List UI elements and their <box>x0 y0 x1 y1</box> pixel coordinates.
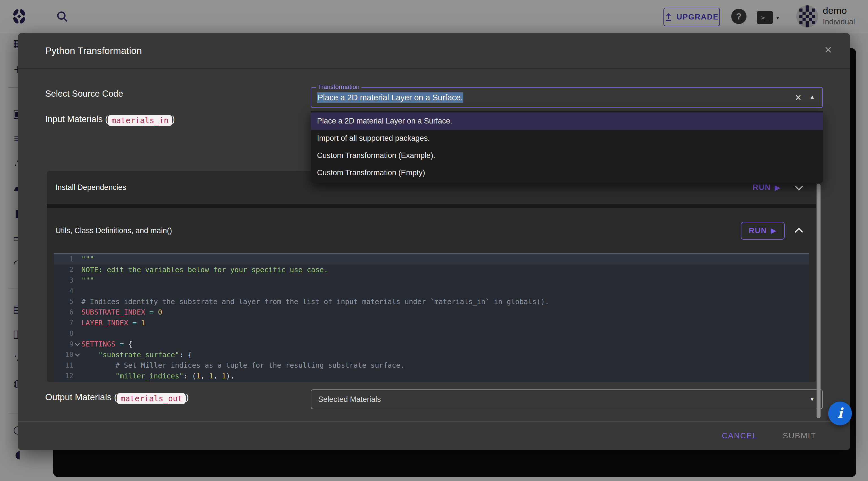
code-line[interactable]: 3""" <box>54 275 809 286</box>
transformation-select[interactable]: Transformation Place a 2D material Layer… <box>311 87 823 108</box>
code-text: """ <box>82 255 94 263</box>
line-number: 12 <box>54 372 73 380</box>
dropdown-option[interactable]: Import of all supported packages. <box>311 130 823 147</box>
line-number: 11 <box>54 361 73 369</box>
info-icon: i <box>837 405 843 421</box>
caret-down-icon[interactable]: ▼ <box>809 396 815 402</box>
transformation-dropdown-menu: Place a 2D material Layer on a Surface.I… <box>311 111 823 183</box>
code-line[interactable]: 2NOTE: edit the variables below for your… <box>54 265 809 275</box>
code-line[interactable]: 5# Indices identify the substrate and la… <box>54 296 809 307</box>
code-line[interactable]: 11 # Set Miller indices as a tuple for t… <box>54 360 809 371</box>
line-number: 9 <box>54 340 73 348</box>
line-number: 8 <box>54 330 73 337</box>
modal-scrollbar[interactable] <box>816 184 820 418</box>
code-line[interactable]: 1""" <box>54 254 809 265</box>
line-number: 1 <box>54 255 73 263</box>
line-number: 5 <box>54 298 73 305</box>
code-line[interactable]: 7LAYER_INDEX = 1 <box>54 318 809 328</box>
dialog-title: Python Transformation <box>45 45 142 56</box>
code-text: # Indices identify the substrate and lay… <box>82 298 549 306</box>
line-number: 10 <box>54 351 73 359</box>
selected-materials-select[interactable]: Selected Materials ▼ <box>311 389 823 409</box>
line-number: 4 <box>54 287 73 295</box>
install-dependencies-title: Install Dependencies <box>55 183 126 192</box>
input-materials-label: Input Materials (materials_in) <box>45 114 175 126</box>
code-line[interactable]: 8 <box>54 328 809 339</box>
selected-materials-value: Selected Materials <box>318 395 381 404</box>
dropdown-option[interactable]: Custom Transformation (Empty) <box>311 164 823 181</box>
cancel-button[interactable]: CANCEL <box>722 431 757 440</box>
code-line[interactable]: 4 <box>54 286 809 297</box>
code-text: SETTINGS = { <box>82 340 132 348</box>
code-line[interactable]: 12 "miller_indices": (1, 1, 1), <box>54 371 809 381</box>
chevron-down-icon[interactable] <box>795 182 803 191</box>
python-transformation-dialog: Python Transformation × Select Source Co… <box>18 33 850 450</box>
code-editor[interactable]: 1"""2NOTE: edit the variables below for … <box>54 253 809 381</box>
dialog-header: Python Transformation × <box>18 33 850 69</box>
play-icon: ▶ <box>775 184 781 191</box>
transformation-field-label: Transformation <box>316 83 361 91</box>
close-icon[interactable]: × <box>825 43 832 56</box>
caret-up-icon[interactable]: ▲ <box>809 94 815 100</box>
line-number: 7 <box>54 319 73 327</box>
run-dependencies-button[interactable]: RUN ▶ <box>753 183 781 192</box>
fold-arrow-icon[interactable] <box>73 343 82 345</box>
clear-icon[interactable]: × <box>795 92 801 104</box>
code-line[interactable]: 6SUBSTRATE_INDEX = 0 <box>54 307 809 318</box>
dropdown-option[interactable]: Custom Transformation (Example). <box>311 147 823 164</box>
output-materials-label: Output Materials (materials_out) <box>45 392 189 404</box>
select-source-code-label: Select Source Code <box>45 89 123 99</box>
info-button[interactable]: i <box>828 401 852 425</box>
line-number: 6 <box>54 308 73 316</box>
play-icon: ▶ <box>771 227 777 235</box>
utils-main-title: Utils, Class Definitions, and main() <box>55 227 172 235</box>
dialog-footer: CANCEL SUBMIT <box>18 422 850 450</box>
code-text: "substrate_surface": { <box>82 351 192 359</box>
materials-out-pill: materials_out <box>117 393 186 404</box>
line-number: 2 <box>54 266 73 274</box>
chevron-up-icon[interactable] <box>795 228 803 236</box>
submit-button[interactable]: SUBMIT <box>783 431 816 440</box>
code-text: LAYER_INDEX = 1 <box>82 319 145 327</box>
line-number: 3 <box>54 276 73 284</box>
section-divider <box>47 204 816 208</box>
code-text: "miller_indices": (1, 1, 1), <box>82 372 235 380</box>
code-line[interactable]: 10 "substrate_surface": { <box>54 349 809 360</box>
source-code-card: Install Dependencies RUN ▶ Utils, Class … <box>47 171 816 382</box>
fold-arrow-icon[interactable] <box>73 354 82 356</box>
app-root: UPGRADE ? >_ ▼ demo Individual ▦+▣≡∴▰▮▭◠… <box>0 0 868 481</box>
utils-main-row: Utils, Class Definitions, and main() RUN… <box>47 208 816 253</box>
transformation-value[interactable]: Place a 2D material Layer on a Surface. <box>317 92 463 103</box>
materials-in-pill: materials_in <box>108 115 172 126</box>
run-main-button[interactable]: RUN ▶ <box>741 222 785 240</box>
dropdown-option[interactable]: Place a 2D material Layer on a Surface. <box>311 113 823 130</box>
code-text: # Set Miller indices as a tuple for the … <box>82 361 405 369</box>
code-text: SUBSTRATE_INDEX = 0 <box>82 308 162 316</box>
code-text: NOTE: edit the variables below for your … <box>82 266 328 274</box>
code-line[interactable]: 9SETTINGS = { <box>54 339 809 350</box>
code-text: """ <box>82 276 94 284</box>
